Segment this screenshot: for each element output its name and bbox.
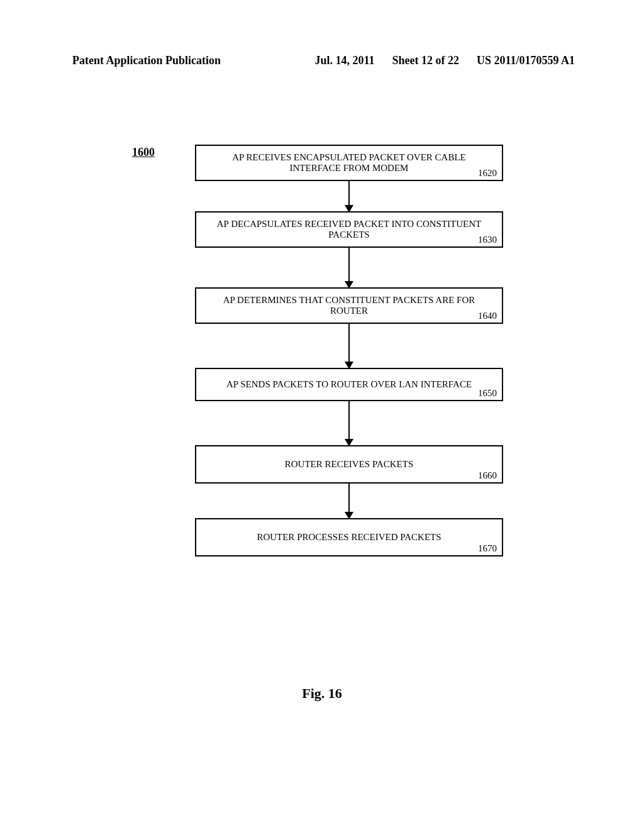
- header-date: Jul. 14, 2011: [314, 54, 374, 67]
- flowchart-step: AP RECEIVES ENCAPSULATED PACKET OVER CAB…: [195, 145, 503, 181]
- step-text: AP SENDS PACKETS TO ROUTER OVER LAN INTE…: [226, 379, 472, 389]
- flowchart-arrow: [195, 484, 503, 518]
- flowchart-step: ROUTER RECEIVES PACKETS 1660: [195, 445, 503, 484]
- flowchart-arrow: [195, 248, 503, 287]
- step-text: AP DETERMINES THAT CONSTITUENT PACKETS A…: [223, 295, 475, 316]
- header-pubno: US 2011/0170559 A1: [477, 54, 575, 67]
- step-text: AP RECEIVES ENCAPSULATED PACKET OVER CAB…: [232, 152, 466, 173]
- step-ref: 1620: [478, 168, 497, 179]
- page-header: Patent Application Publication Jul. 14, …: [0, 54, 644, 67]
- step-text: AP DECAPSULATES RECEIVED PACKET INTO CON…: [217, 219, 481, 240]
- flowchart-arrow: [195, 324, 503, 368]
- step-ref: 1640: [478, 311, 497, 321]
- flowchart: AP RECEIVES ENCAPSULATED PACKET OVER CAB…: [132, 145, 535, 556]
- step-text: ROUTER RECEIVES PACKETS: [285, 459, 413, 469]
- step-ref: 1670: [478, 543, 497, 554]
- flowchart-arrow: [195, 181, 503, 211]
- step-text: ROUTER PROCESSES RECEIVED PACKETS: [257, 532, 441, 542]
- header-left: Patent Application Publication: [72, 54, 221, 67]
- header-sheet: Sheet 12 of 22: [392, 54, 459, 67]
- flowchart-step: ROUTER PROCESSES RECEIVED PACKETS 1670: [195, 518, 503, 556]
- flowchart-arrow: [195, 401, 503, 445]
- figure-caption: Fig. 16: [0, 685, 644, 702]
- flowchart-step: AP SENDS PACKETS TO ROUTER OVER LAN INTE…: [195, 368, 503, 401]
- flowchart-step: AP DECAPSULATES RECEIVED PACKET INTO CON…: [195, 211, 503, 248]
- step-ref: 1630: [478, 235, 497, 245]
- step-ref: 1660: [478, 470, 497, 481]
- flowchart-step: AP DETERMINES THAT CONSTITUENT PACKETS A…: [195, 287, 503, 324]
- step-ref: 1650: [478, 388, 497, 399]
